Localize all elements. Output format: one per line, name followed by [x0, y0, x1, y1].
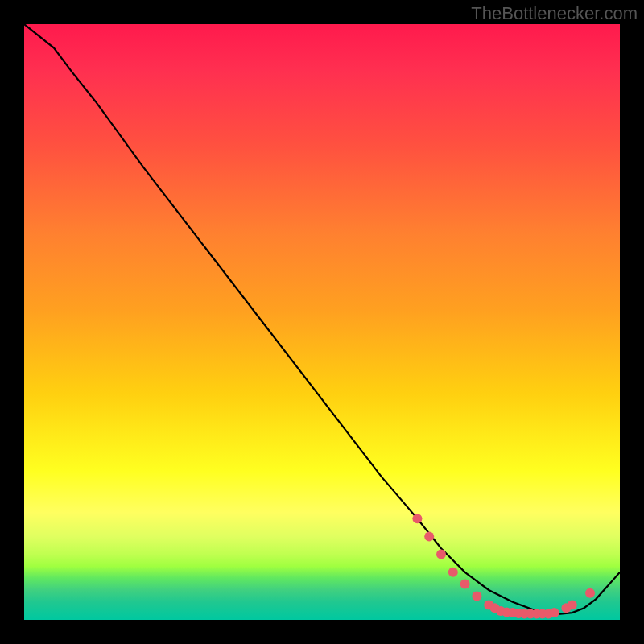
chart-plot-area — [24, 24, 620, 620]
data-point — [568, 601, 577, 610]
data-point — [460, 580, 470, 589]
data-point — [412, 514, 422, 523]
data-point — [424, 531, 434, 541]
data-point — [472, 591, 481, 601]
data-point — [585, 588, 595, 598]
data-point — [448, 568, 458, 577]
attribution-text: TheBottlenecker.com — [471, 3, 638, 24]
curve-line — [24, 24, 620, 614]
data-point — [436, 550, 446, 559]
data-point — [550, 608, 559, 617]
data-points-group — [412, 514, 595, 618]
chart-svg — [24, 24, 620, 620]
